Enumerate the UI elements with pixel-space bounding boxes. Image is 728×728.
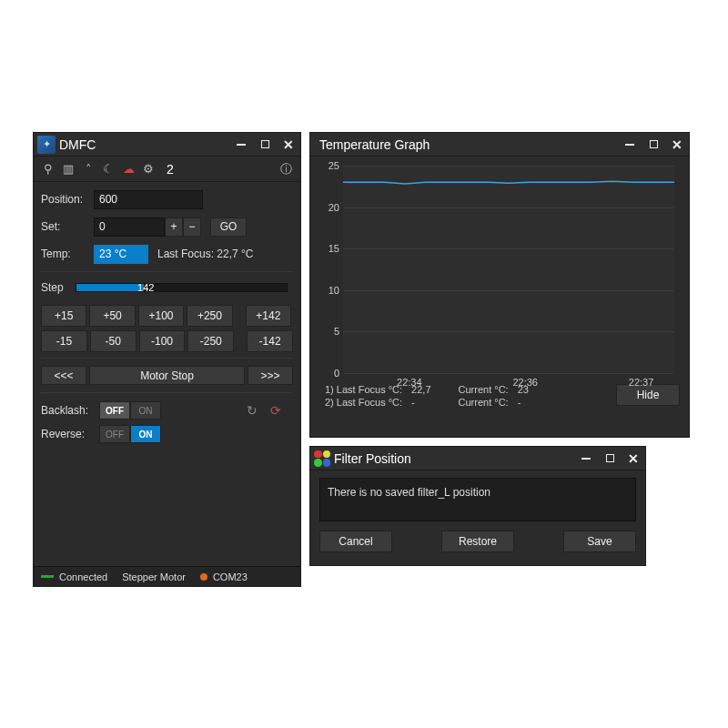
backlash-toggle[interactable]: OFF ON	[99, 401, 161, 420]
x-tick-label: 22:36	[512, 377, 538, 388]
status-bar: Connected Stepper Motor COM23	[34, 566, 300, 586]
backlash-on[interactable]: ON	[130, 401, 161, 420]
temp-value: 23 °C	[94, 245, 148, 264]
save-button[interactable]: Save	[563, 531, 636, 552]
moon-icon[interactable]: ☾	[99, 161, 117, 177]
step-plus-100[interactable]: +100	[138, 305, 184, 327]
restore-button[interactable]: Restore	[441, 531, 514, 552]
temp-label: Temp:	[41, 248, 94, 260]
step-minus-50[interactable]: -50	[90, 330, 136, 352]
step-value: 142	[137, 282, 154, 293]
go-button[interactable]: GO	[210, 217, 247, 237]
temperature-graph-window: Temperature Graph ✕ 051015202522:3422:36…	[309, 132, 690, 438]
step-minus-15[interactable]: -15	[41, 330, 87, 352]
info-icon[interactable]: ⓘ	[277, 161, 295, 177]
position-input[interactable]	[94, 190, 203, 209]
plug-icon[interactable]: ⚲	[39, 161, 57, 177]
step-plus-15[interactable]: +15	[41, 305, 86, 327]
dmfc-title: DMFC	[56, 137, 229, 152]
cancel-button[interactable]: Cancel	[319, 531, 392, 552]
x-tick-label: 22:34	[397, 377, 422, 388]
dmfc-toolbar: ⚲ ▥ ˄ ☾ ☁ ⚙ 2 ⓘ	[34, 157, 300, 182]
motor-next-button[interactable]: >>>	[248, 366, 293, 385]
cloud-icon[interactable]: ☁	[119, 161, 137, 177]
y-tick-label: 20	[319, 202, 339, 213]
connected-label: Connected	[59, 571, 107, 582]
maximize-button[interactable]	[253, 134, 277, 156]
minimize-button[interactable]	[574, 448, 598, 470]
legend-current-2-label: Current °C:	[459, 397, 509, 408]
set-label: Set:	[41, 220, 94, 233]
y-tick-label: 0	[319, 368, 339, 379]
up-icon[interactable]: ˄	[79, 161, 97, 177]
port-indicator-icon	[200, 573, 207, 581]
filter-position-message: There is no saved filter_L position	[319, 478, 636, 521]
position-label: Position:	[41, 193, 94, 206]
step-minus-250[interactable]: -250	[187, 330, 234, 352]
close-button[interactable]: ✕	[665, 134, 689, 156]
set-minus-button[interactable]: −	[183, 217, 201, 237]
set-input[interactable]	[94, 217, 165, 237]
grid-icon[interactable]: ▥	[59, 161, 77, 177]
step-label: Step	[41, 281, 76, 294]
motor-stop-button[interactable]: Motor Stop	[89, 366, 245, 385]
legend-2-value: -	[411, 397, 430, 408]
step-minus-custom[interactable]: -142	[247, 330, 293, 352]
y-tick-label: 25	[319, 160, 339, 171]
dmfc-titlebar[interactable]: DMFC ✕	[34, 133, 300, 157]
tgraph-title: Temperature Graph	[314, 137, 618, 152]
reverse-off[interactable]: OFF	[99, 425, 130, 443]
step-minus-100[interactable]: -100	[139, 330, 186, 352]
legend-current-2-value: -	[518, 397, 529, 408]
reverse-label: Reverse:	[41, 428, 99, 440]
step-slider[interactable]: 142	[76, 283, 288, 292]
y-tick-label: 15	[319, 243, 339, 254]
close-button[interactable]: ✕	[277, 134, 300, 156]
step-plus-custom[interactable]: +142	[246, 305, 291, 327]
fpos-title: Filter Position	[330, 451, 574, 466]
motor-type-label: Stepper Motor	[122, 571, 186, 582]
sync-icon[interactable]: ⟳	[268, 402, 284, 419]
set-plus-button[interactable]: +	[165, 217, 183, 237]
backlash-label: Backlash:	[41, 404, 99, 417]
step-plus-50[interactable]: +50	[89, 305, 135, 327]
fpos-titlebar[interactable]: Filter Position ✕	[310, 447, 645, 470]
backlash-off[interactable]: OFF	[99, 401, 130, 420]
maximize-button[interactable]	[598, 448, 622, 470]
filter-position-window: Filter Position ✕ There is no saved filt…	[309, 446, 646, 566]
x-tick-label: 22:37	[629, 377, 654, 388]
step-plus-250[interactable]: +250	[187, 305, 232, 327]
last-focus-label: Last Focus: 22,7 °C	[157, 248, 254, 260]
minimize-button[interactable]	[618, 134, 642, 156]
maximize-button[interactable]	[642, 134, 665, 156]
legend-1-label: 1) Last Focus °C:	[325, 384, 402, 395]
y-tick-label: 10	[319, 285, 339, 296]
dmfc-window: DMFC ✕ ⚲ ▥ ˄ ☾ ☁ ⚙ 2 ⓘ Position: Set: + …	[33, 132, 301, 587]
connected-indicator-icon	[41, 575, 54, 578]
motor-prev-button[interactable]: <<<	[41, 366, 86, 385]
tgraph-titlebar[interactable]: Temperature Graph ✕	[310, 133, 689, 157]
legend-2-label: 2) Last Focus °C:	[325, 397, 402, 408]
toolbar-number[interactable]: 2	[161, 161, 179, 177]
minimize-button[interactable]	[229, 134, 253, 156]
temperature-plot: 051015202522:3422:3622:37	[343, 166, 674, 373]
refresh-icon[interactable]: ↻	[244, 402, 260, 419]
reverse-toggle[interactable]: OFF ON	[99, 425, 161, 443]
dmfc-app-icon	[37, 136, 56, 154]
reverse-on[interactable]: ON	[130, 425, 161, 443]
gear-icon[interactable]: ⚙	[139, 161, 157, 177]
close-button[interactable]: ✕	[622, 448, 645, 470]
filter-wheel-icon	[314, 450, 330, 467]
legend-current-1-label: Current °C:	[459, 384, 509, 395]
y-tick-label: 5	[319, 326, 339, 337]
com-port-label: COM23	[213, 571, 248, 582]
